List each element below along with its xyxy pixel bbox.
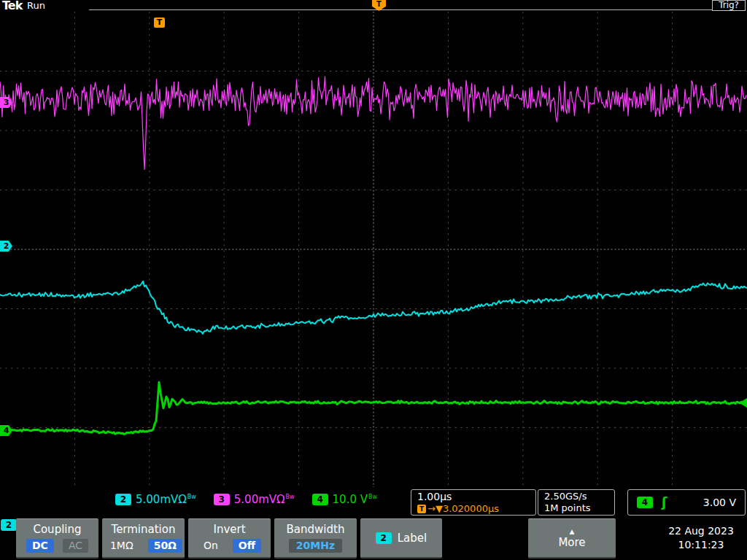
more-button[interactable]: ▲ More [528, 518, 616, 559]
coupling-button[interactable]: Coupling DC AC [16, 518, 98, 559]
trigger-source-badge: 4 [637, 497, 653, 508]
readout-bar: 2 5.00mVΩBw 3 5.00mVΩBw 4 10.0 VBw 1.00µ… [0, 487, 747, 518]
channel3-badge: 3 [214, 494, 230, 505]
sample-rate: 2.50GS/s [544, 491, 608, 502]
delay-marker-icon: ▼ [436, 503, 443, 514]
channel4-badge: 4 [312, 494, 328, 505]
coupling-ac-option[interactable]: AC [63, 539, 88, 553]
trigger-readout: 4 ʃ 3.00 V [627, 489, 746, 516]
bandwidth-title: Bandwidth [287, 523, 345, 536]
coupling-dc-option[interactable]: DC [26, 539, 54, 553]
termination-50ohm-option[interactable]: 50Ω [148, 539, 182, 553]
top-status-bar: Tek Run T Trig? [0, 0, 747, 12]
label-text: Label [398, 532, 427, 545]
invert-off-option[interactable]: Off [233, 539, 261, 553]
timebase-scale: 1.00µs [417, 491, 530, 503]
channel2-scale: 5.00mVΩBw [136, 493, 196, 506]
timebase-readout: 1.00µs T → ▼ 3.020000µs [411, 489, 536, 516]
record-length: 1M points [544, 502, 608, 514]
date: 22 Aug 2023 [658, 524, 744, 538]
acquisition-status: Run [27, 0, 45, 11]
invert-button[interactable]: Invert On Off [188, 518, 271, 559]
bandwidth-button[interactable]: Bandwidth 20MHz [274, 518, 357, 559]
arrow-icon: → [427, 503, 436, 514]
more-text: More [558, 536, 585, 549]
datetime-display: 22 Aug 2023 10:11:23 [658, 524, 744, 552]
bandwidth-limit-icon: Bw [187, 494, 196, 500]
trigger-level: 3.00 V [703, 497, 736, 508]
channel3-readout: 3 5.00mVΩBw [214, 493, 295, 506]
up-arrow-icon: ▲ [570, 528, 575, 536]
graticule-top-border [89, 9, 746, 10]
bottom-menu-bar: 2 Coupling DC AC Termination 1MΩ 50Ω Inv… [0, 518, 747, 560]
oscilloscope-screen: Tek Run T Trig? 3 2 4 T 2 5.00mVΩBw 3 5.… [0, 0, 747, 560]
channel4-scale: 10.0 VBw [333, 493, 377, 506]
timebase-delay: T → ▼ 3.020000µs [417, 503, 530, 514]
tek-logo: Tek [2, 0, 22, 12]
termination-button[interactable]: Termination 1MΩ 50Ω [102, 518, 185, 559]
delay-value: 3.020000µs [443, 503, 499, 514]
trigger-status-indicator: Trig? [712, 0, 746, 11]
channel4-readout: 4 10.0 VBw [312, 493, 377, 506]
waveform-svg [0, 12, 747, 487]
acquisition-readout: 2.50GS/s 1M points [538, 489, 615, 516]
trigger-time-marker-icon[interactable]: T [154, 18, 165, 28]
channel2-badge: 2 [115, 494, 131, 505]
label-channel-badge: 2 [376, 532, 392, 544]
bandwidth-value[interactable]: 20MHz [289, 539, 342, 553]
bandwidth-limit-icon: Bw [368, 494, 377, 500]
rising-edge-slope-icon: ʃ [662, 496, 667, 509]
coupling-title: Coupling [33, 523, 81, 536]
channel3-scale: 5.00mVΩBw [234, 493, 295, 506]
invert-on-option[interactable]: On [198, 539, 224, 553]
waveform-display: 3 2 4 T [0, 12, 747, 487]
channel2-readout: 2 5.00mVΩBw [115, 493, 196, 506]
channel-readouts: 2 5.00mVΩBw 3 5.00mVΩBw 4 10.0 VBw [115, 493, 395, 506]
termination-1mohm-option[interactable]: 1MΩ [104, 539, 139, 553]
invert-title: Invert [213, 523, 245, 536]
termination-title: Termination [112, 523, 176, 536]
time: 10:11:23 [658, 538, 744, 552]
active-channel-badge: 2 [1, 519, 17, 531]
trigger-t-icon: T [417, 505, 426, 513]
label-button[interactable]: 2 Label [360, 518, 442, 559]
bandwidth-limit-icon: Bw [286, 494, 295, 500]
